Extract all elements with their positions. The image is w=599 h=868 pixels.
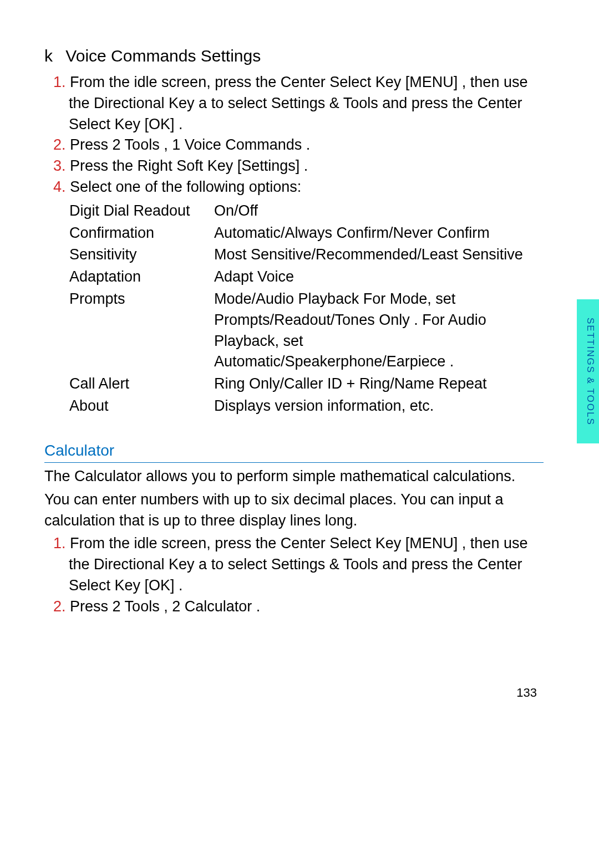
option-value: Automatic/Always Confirm/Never Confirm [214, 222, 544, 244]
calculator-heading: Calculator [44, 440, 544, 463]
option-label: Sensitivity [69, 244, 214, 266]
page-number: 133 [516, 685, 537, 702]
section-side-tab: SETTINGS & TOOLS [577, 299, 599, 443]
option-label: Adaptation [69, 266, 214, 288]
table-row: Call Alert Ring Only/Caller ID + Ring/Na… [69, 373, 544, 395]
manual-page: SETTINGS & TOOLS k Voice Commands Settin… [0, 0, 599, 868]
voice-options-table: Digit Dial Readout On/Off Confirmation A… [69, 200, 544, 417]
step-1: 1. From the idle screen, press the Cente… [44, 72, 544, 135]
option-label: Digit Dial Readout [69, 200, 214, 222]
bullet-k: k [44, 44, 61, 68]
option-label: Confirmation [69, 222, 214, 244]
step-text: From the idle screen, press the Center S… [70, 535, 405, 552]
option-label: Call Alert [69, 373, 214, 395]
step-text: Press 2 [70, 136, 121, 153]
step-text: . [179, 116, 183, 132]
step-number: 2. [53, 598, 66, 615]
option-value: Ring Only/Caller ID + Ring/Name Repeat [214, 373, 544, 395]
option-label: Prompts [69, 288, 214, 373]
option-value: On/Off [214, 200, 544, 222]
key-menu: [MENU] [405, 535, 458, 552]
table-row: Sensitivity Most Sensitive/Recommended/L… [69, 244, 544, 266]
voice-commands-steps: 1. From the idle screen, press the Cente… [44, 72, 544, 198]
table-row: Confirmation Automatic/Always Confirm/Ne… [69, 222, 544, 244]
step-text: Tools , 2 Calculator . [125, 598, 261, 615]
step-number: 2. [53, 136, 66, 153]
key-ok: [OK] [145, 116, 175, 132]
step-text: . [179, 577, 183, 594]
voice-commands-title: k Voice Commands Settings [44, 44, 544, 68]
calculator-steps: 1. From the idle screen, press the Cente… [44, 533, 544, 617]
step-number: 3. [53, 157, 66, 174]
voice-commands-title-text: Voice Commands Settings [65, 47, 261, 65]
option-label: About [69, 395, 214, 417]
option-value: Mode/Audio Playback For Mode, set Prompt… [214, 288, 544, 373]
calculator-paragraph-2: You can enter numbers with up to six dec… [44, 489, 544, 532]
step-number: 1. [53, 535, 66, 552]
table-row: Prompts Mode/Audio Playback For Mode, se… [69, 288, 544, 373]
option-value: Adapt Voice [214, 266, 544, 288]
step-4: 4. Select one of the following options: [44, 177, 544, 198]
table-row: About Displays version information, etc. [69, 395, 544, 417]
step-text: Tools , 1 Voice Commands . [125, 136, 311, 153]
table-row: Digit Dial Readout On/Off [69, 200, 544, 222]
step-text: Press 2 [70, 598, 121, 615]
key-settings: [Settings] . [237, 157, 308, 174]
calculator-paragraph-1: The Calculator allows you to perform sim… [44, 466, 544, 487]
step-text: Press the Right Soft Key [70, 157, 233, 174]
step-1: 1. From the idle screen, press the Cente… [44, 533, 544, 596]
key-ok: [OK] [145, 577, 175, 594]
key-menu: [MENU] [405, 74, 458, 90]
option-value: Most Sensitive/Recommended/Least Sensiti… [214, 244, 544, 266]
step-3: 3. Press the Right Soft Key [Settings] . [44, 156, 544, 177]
step-text: From the idle screen, press the Center S… [70, 74, 405, 90]
step-2: 2. Press 2 Tools , 1 Voice Commands . [44, 135, 544, 156]
step-text: Select one of the following options: [70, 178, 301, 195]
step-number: 4. [53, 178, 66, 195]
step-2: 2. Press 2 Tools , 2 Calculator . [44, 596, 544, 617]
side-tab-label: SETTINGS & TOOLS [579, 307, 597, 436]
option-value: Displays version information, etc. [214, 395, 544, 417]
step-number: 1. [53, 74, 66, 90]
table-row: Adaptation Adapt Voice [69, 266, 544, 288]
